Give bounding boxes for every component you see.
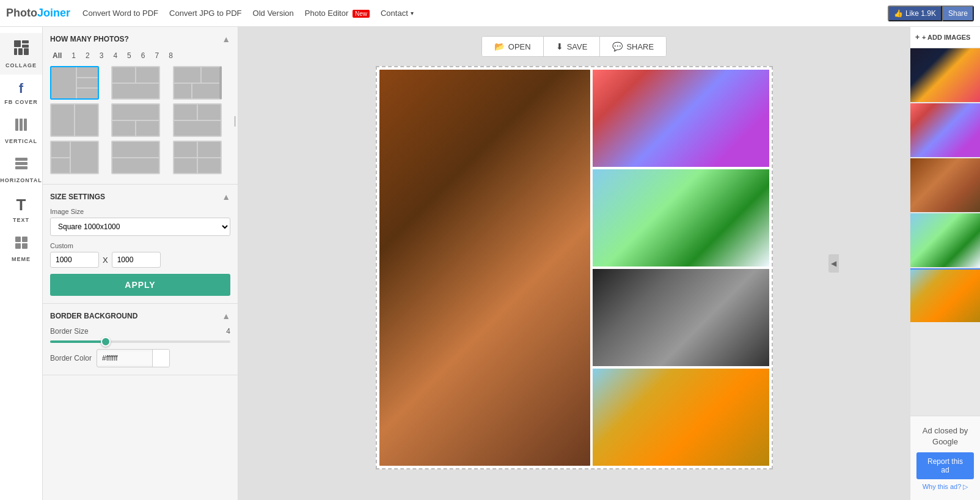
fb-cover-label: FB COVER <box>4 99 38 105</box>
slider-thumb[interactable] <box>101 337 111 347</box>
why-this-ad-link[interactable]: Why this ad? ▷ <box>923 483 968 490</box>
sidebar-item-meme[interactable]: MEME <box>0 229 42 268</box>
layout-thumbnails: | <box>50 66 230 174</box>
right-thumb-2[interactable] <box>910 103 980 158</box>
layout-thumb-4[interactable] <box>50 103 99 137</box>
toolbar: 📂 OPEN ⬇ SAVE 💬 SHARE <box>481 36 667 57</box>
svg-rect-1 <box>22 40 29 43</box>
count-8-button[interactable]: 8 <box>166 50 175 61</box>
sidebar-item-fb-cover[interactable]: f FB COVER <box>0 75 42 111</box>
right-thumb-5[interactable] <box>910 268 980 323</box>
svg-rect-12 <box>15 237 21 242</box>
color-hex-value[interactable]: #ffffff <box>97 351 152 365</box>
size-settings-section: SIZE SETTINGS ▲ Image Size Square 1000x1… <box>43 185 238 304</box>
add-images-button[interactable]: + + ADD IMAGES <box>910 27 980 48</box>
nav-photo-editor[interactable]: Photo Editor New <box>305 9 370 18</box>
count-all-button[interactable]: All <box>50 50 64 61</box>
right-panel-collapse-button[interactable]: ◀ <box>828 254 839 273</box>
count-2-button[interactable]: 2 <box>83 50 92 61</box>
count-3-button[interactable]: 3 <box>97 50 106 61</box>
how-many-photos-header[interactable]: HOW MANY PHOTOS? ▲ <box>50 34 230 44</box>
save-button[interactable]: ⬇ SAVE <box>544 37 601 56</box>
svg-rect-9 <box>15 158 27 161</box>
border-size-slider[interactable] <box>50 340 230 343</box>
thumbs-up-icon: 👍 <box>894 9 903 18</box>
ad-panel: Ad closed by Google Report this ad Why t… <box>910 416 980 500</box>
svg-rect-14 <box>15 243 21 249</box>
x-label: X <box>103 256 108 265</box>
meme-label: MEME <box>12 256 31 262</box>
svg-rect-15 <box>22 243 27 249</box>
custom-height-input[interactable] <box>112 252 161 268</box>
open-button[interactable]: 📂 OPEN <box>482 37 544 56</box>
sidebar-item-vertical[interactable]: VERTICAL <box>0 111 42 150</box>
photo-cell-2[interactable] <box>593 70 769 167</box>
svg-rect-10 <box>15 162 27 165</box>
nav-old-version[interactable]: Old Version <box>253 9 294 18</box>
photo-cell-5[interactable] <box>593 369 769 466</box>
image-size-select[interactable]: Square 1000x1000 <box>50 218 230 236</box>
border-background-title: BORDER BACKGROUND <box>50 312 137 320</box>
layout-thumb-5[interactable] <box>111 103 160 137</box>
report-ad-button[interactable]: Report this ad <box>916 452 974 479</box>
layout-thumb-3[interactable] <box>173 66 222 100</box>
vertical-label: VERTICAL <box>5 138 37 144</box>
share-button[interactable]: 💬 SHARE <box>600 37 666 56</box>
svg-rect-2 <box>22 45 29 48</box>
color-swatch[interactable] <box>152 350 169 367</box>
size-collapse-icon: ▲ <box>222 192 230 202</box>
apply-button[interactable]: APPLY <box>50 274 230 296</box>
sidebar-item-horizontal[interactable]: HORIZONTAL <box>0 150 42 189</box>
photo-cell-1[interactable] <box>379 70 591 466</box>
svg-rect-6 <box>15 119 18 131</box>
save-icon: ⬇ <box>556 42 563 51</box>
right-column <box>593 70 769 466</box>
photo-cell-4[interactable] <box>593 269 769 366</box>
photo-cell-3[interactable] <box>593 169 769 267</box>
facebook-like-area: 👍 Like 1.9K Share <box>888 6 974 21</box>
vertical-icon <box>14 117 29 136</box>
image-size-label: Image Size <box>50 208 230 215</box>
size-settings-header[interactable]: SIZE SETTINGS ▲ <box>50 192 230 202</box>
right-thumb-3[interactable] <box>910 158 980 213</box>
count-4-button[interactable]: 4 <box>111 50 120 61</box>
custom-size-group: Custom X <box>50 242 230 268</box>
main-layout: COLLAGE f FB COVER VERTICAL <box>0 27 980 500</box>
layout-thumb-7[interactable] <box>50 141 99 174</box>
left-panel: HOW MANY PHOTOS? ▲ All 1 2 3 4 5 6 7 8 <box>43 27 238 500</box>
layout-thumb-6[interactable] <box>173 103 222 137</box>
nav-links: Convert Word to PDF Convert JPG to PDF O… <box>82 9 414 18</box>
custom-width-input[interactable] <box>50 252 99 268</box>
layout-thumb-1[interactable] <box>50 66 99 100</box>
nav-convert-word[interactable]: Convert Word to PDF <box>82 9 158 18</box>
sidebar-item-collage[interactable]: COLLAGE <box>0 33 42 75</box>
horizontal-label: HORIZONTAL <box>0 177 42 183</box>
border-size-row: Border Size 4 <box>50 327 230 336</box>
how-many-photos-title: HOW MANY PHOTOS? <box>50 35 129 43</box>
left-sidebar: COLLAGE f FB COVER VERTICAL <box>0 27 43 500</box>
count-6-button[interactable]: 6 <box>139 50 148 61</box>
count-5-button[interactable]: 5 <box>125 50 134 61</box>
facebook-like-button[interactable]: 👍 Like 1.9K <box>888 6 942 21</box>
layout-thumb-2[interactable] <box>111 66 160 100</box>
share-icon: 💬 <box>612 42 623 51</box>
sidebar-item-text[interactable]: T TEXT <box>0 189 42 229</box>
scroll-indicator: | <box>233 114 236 127</box>
ad-closed-text: Ad closed by Google <box>916 425 974 447</box>
layout-thumb-8[interactable] <box>111 141 160 174</box>
photo-count-row: All 1 2 3 4 5 6 7 8 <box>50 50 230 61</box>
color-input-box: #ffffff <box>97 349 170 367</box>
right-thumb-1[interactable] <box>910 48 980 103</box>
count-7-button[interactable]: 7 <box>152 50 161 61</box>
nav-convert-jpg[interactable]: Convert JPG to PDF <box>169 9 241 18</box>
facebook-share-button[interactable]: Share <box>942 6 974 21</box>
right-panel: + + ADD IMAGES Ad closed by Google Repor… <box>910 27 980 500</box>
border-background-section: BORDER BACKGROUND ▲ Border Size 4 Border… <box>43 304 238 375</box>
right-thumb-4[interactable] <box>910 213 980 268</box>
svg-rect-3 <box>14 48 17 55</box>
border-background-header[interactable]: BORDER BACKGROUND ▲ <box>50 311 230 321</box>
count-1-button[interactable]: 1 <box>69 50 78 61</box>
nav-contact[interactable]: Contact ▾ <box>381 9 414 18</box>
layout-thumb-9[interactable] <box>173 141 222 174</box>
border-size-label: Border Size <box>50 327 89 336</box>
